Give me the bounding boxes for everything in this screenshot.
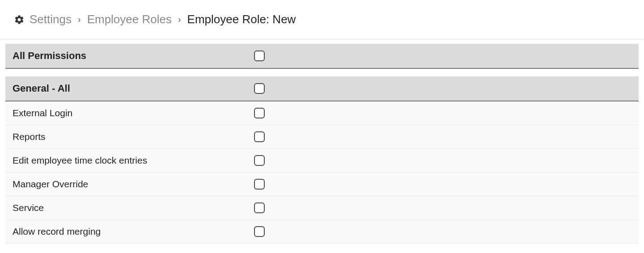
group-header-row: General - All — [5, 76, 639, 101]
breadcrumb-link-settings[interactable]: Settings — [30, 13, 72, 26]
breadcrumb-current: Employee Role: New — [187, 13, 296, 26]
permission-label: Reports — [5, 125, 247, 149]
permission-checkbox-reports[interactable] — [254, 131, 265, 142]
permission-row: Manager Override — [5, 173, 639, 196]
gear-icon — [13, 14, 25, 25]
all-permissions-row: All Permissions — [5, 44, 639, 68]
permission-checkbox-manager-override[interactable] — [254, 179, 265, 190]
permission-checkbox-allow-record-merging[interactable] — [254, 226, 265, 237]
permission-checkbox-service[interactable] — [254, 202, 265, 213]
group-header-label: General - All — [5, 76, 247, 101]
permission-checkbox-external-login[interactable] — [254, 108, 265, 118]
permission-row: Reports — [5, 125, 639, 149]
permission-label: Manager Override — [5, 173, 247, 196]
chevron-right-icon: › — [178, 14, 181, 25]
breadcrumb-link-employee-roles[interactable]: Employee Roles — [87, 13, 172, 26]
permission-row: External Login — [5, 101, 639, 125]
all-permissions-label: All Permissions — [5, 44, 247, 68]
permission-label: Edit employee time clock entries — [5, 149, 247, 173]
permission-label: Allow record merging — [5, 220, 247, 244]
permission-label: Service — [5, 196, 247, 220]
breadcrumb: Settings › Employee Roles › Employee Rol… — [0, 0, 644, 39]
permission-checkbox-edit-time-clock[interactable] — [254, 155, 265, 166]
group-all-checkbox[interactable] — [254, 83, 265, 94]
permission-row: Service — [5, 196, 639, 220]
all-permissions-checkbox[interactable] — [254, 51, 265, 61]
permissions-table: All Permissions General - All External L… — [5, 44, 639, 244]
chevron-right-icon: › — [78, 14, 81, 25]
permission-row: Allow record merging — [5, 220, 639, 244]
permission-label: External Login — [5, 101, 247, 125]
permissions-panel: All Permissions General - All External L… — [0, 39, 644, 244]
permission-row: Edit employee time clock entries — [5, 149, 639, 173]
